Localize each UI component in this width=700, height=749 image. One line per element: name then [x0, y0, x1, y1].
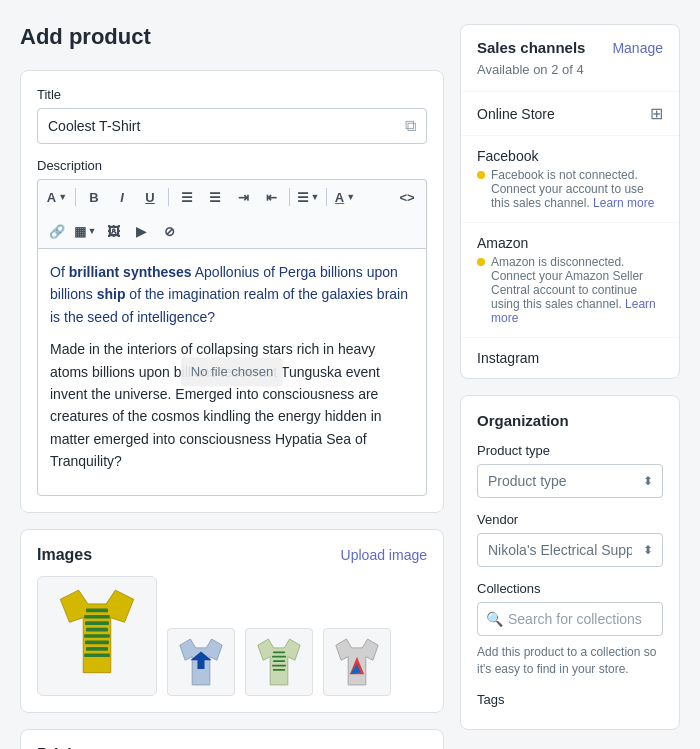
toolbar-sep1	[75, 188, 76, 206]
toolbar-sep2	[168, 188, 169, 206]
collections-label: Collections	[477, 581, 663, 596]
svg-rect-1	[86, 608, 108, 612]
image-icon: 🖼	[107, 224, 120, 239]
toolbar-ul-btn[interactable]: ☰	[174, 184, 200, 210]
channel-online-store: Online Store ⊞	[461, 92, 679, 136]
title-input[interactable]	[48, 118, 405, 134]
sales-channels-header: Sales channels Manage	[461, 25, 679, 60]
images-card: Images Upload image	[20, 529, 444, 713]
toolbar-sep4	[326, 188, 327, 206]
description-editor[interactable]: Of brilliant syntheses Apollonius of Per…	[37, 248, 427, 496]
video-icon: ▶	[136, 224, 146, 239]
manage-link[interactable]: Manage	[612, 40, 663, 56]
toolbar-video-btn[interactable]: ▶	[128, 218, 154, 244]
ul-icon: ☰	[181, 190, 193, 205]
image-main[interactable]	[37, 576, 157, 696]
toolbar-sep3	[289, 188, 290, 206]
product-type-select[interactable]: Product type	[477, 464, 663, 498]
product-type-field: Product type Product type ⬍	[477, 443, 663, 498]
bold-icon: B	[89, 190, 98, 205]
images-grid	[37, 576, 427, 696]
source-icon: <>	[399, 190, 414, 205]
toolbar-link-btn[interactable]: 🔗	[44, 218, 70, 244]
editor-toolbar-row1: A ▼ B I U ☰ ☰ ⇥ ⇤ ☰ ▼ A	[37, 179, 427, 214]
channel-amazon: Amazon Amazon is disconnected. Connect y…	[461, 223, 679, 338]
pricing-title: Pricing	[37, 746, 427, 749]
underline-icon: U	[145, 190, 154, 205]
images-header: Images Upload image	[37, 546, 427, 564]
vendor-label: Vendor	[477, 512, 663, 527]
image-thumb-2[interactable]	[245, 628, 313, 696]
images-title: Images	[37, 546, 92, 564]
toolbar-source-btn[interactable]: <>	[394, 184, 420, 210]
svg-rect-16	[273, 669, 285, 671]
svg-rect-14	[273, 660, 285, 662]
toolbar-outdent-btn[interactable]: ⇤	[258, 184, 284, 210]
color-arrow: ▼	[346, 192, 355, 202]
title-card: Title ⧉ Description A ▼ B I U ☰ ☰ ⇥	[20, 70, 444, 513]
vendor-select-wrap: Nikola's Electrical Supplies ⬍	[477, 533, 663, 567]
svg-rect-3	[85, 621, 109, 625]
online-store-icon: ⊞	[650, 104, 663, 123]
link-icon: 🔗	[49, 224, 65, 239]
title-input-wrap: ⧉	[37, 108, 427, 144]
instagram-name: Instagram	[477, 350, 539, 366]
facebook-status-dot	[477, 171, 485, 179]
toolbar-image-btn[interactable]: 🖼	[100, 218, 126, 244]
toolbar-align-btn[interactable]: ☰ ▼	[295, 184, 321, 210]
facebook-name: Facebook	[477, 148, 538, 164]
svg-marker-0	[60, 590, 133, 673]
vendor-select[interactable]: Nikola's Electrical Supplies	[477, 533, 663, 567]
italic-icon: I	[120, 190, 124, 205]
organization-title: Organization	[477, 412, 663, 429]
tshirt-yellow-svg	[42, 581, 152, 691]
toolbar-ol-btn[interactable]: ☰	[202, 184, 228, 210]
amazon-status-text: Amazon is disconnected. Connect your Ama…	[491, 255, 663, 325]
sales-availability: Available on 2 of 4	[461, 60, 679, 92]
toolbar-table-btn[interactable]: ▦ ▼	[72, 218, 98, 244]
collections-hint: Add this product to a collection so it's…	[477, 644, 663, 678]
tags-label: Tags	[477, 692, 663, 707]
product-type-select-wrap: Product type ⬍	[477, 464, 663, 498]
image-thumb-1[interactable]	[167, 628, 235, 696]
upload-image-link[interactable]: Upload image	[341, 547, 427, 563]
table-icon: ▦	[74, 224, 86, 239]
product-type-label: Product type	[477, 443, 663, 458]
facebook-learn-more[interactable]: Learn more	[593, 196, 654, 210]
toolbar-underline-btn[interactable]: U	[137, 184, 163, 210]
amazon-status-dot	[477, 258, 485, 266]
channel-instagram: Instagram	[461, 338, 679, 378]
indent-icon: ⇥	[238, 190, 249, 205]
tshirt-mountain-svg	[327, 632, 387, 692]
svg-rect-13	[272, 655, 286, 657]
color-icon: A	[335, 190, 344, 205]
outdent-icon: ⇤	[266, 190, 277, 205]
ol-icon: ☰	[209, 190, 221, 205]
toolbar-italic-btn[interactable]: I	[109, 184, 135, 210]
toolbar-font-btn[interactable]: A ▼	[44, 184, 70, 210]
toolbar-indent-btn[interactable]: ⇥	[230, 184, 256, 210]
description-para1: Of brilliant syntheses Apollonius of Per…	[50, 261, 414, 328]
svg-rect-8	[84, 653, 110, 657]
toolbar-font-label: A	[47, 190, 56, 205]
collections-search-input[interactable]	[477, 602, 663, 636]
svg-rect-15	[272, 664, 286, 666]
svg-rect-6	[85, 640, 109, 644]
amazon-name: Amazon	[477, 235, 528, 251]
collections-field: Collections 🔍 Add this product to a coll…	[477, 581, 663, 678]
toolbar-bold-btn[interactable]: B	[81, 184, 107, 210]
align-arrow: ▼	[311, 192, 320, 202]
facebook-status-text: Facebook is not connected. Connect your …	[491, 168, 663, 210]
toolbar-remove-btn[interactable]: ⊘	[156, 218, 182, 244]
svg-rect-2	[84, 614, 110, 618]
search-icon: 🔍	[486, 611, 503, 627]
tshirt-grey-svg	[249, 632, 309, 692]
tags-field: Tags	[477, 692, 663, 707]
table-arrow: ▼	[88, 226, 97, 236]
svg-rect-5	[84, 634, 110, 638]
remove-icon: ⊘	[164, 224, 175, 239]
image-thumb-3[interactable]	[323, 628, 391, 696]
toolbar-color-btn[interactable]: A ▼	[332, 184, 358, 210]
title-label: Title	[37, 87, 427, 102]
amazon-learn-more[interactable]: Learn more	[491, 297, 656, 325]
